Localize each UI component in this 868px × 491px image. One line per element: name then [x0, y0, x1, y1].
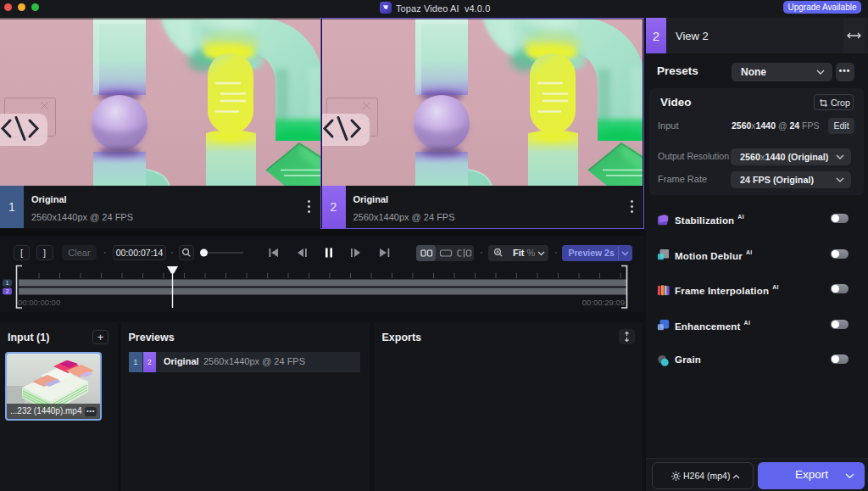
svg-text:00:00:29:09: 00:00:29:09: [582, 298, 625, 307]
svg-text:1: 1: [6, 280, 9, 286]
svg-text:2: 2: [6, 288, 9, 294]
svg-text:00:00:00:00: 00:00:00:00: [18, 298, 60, 307]
